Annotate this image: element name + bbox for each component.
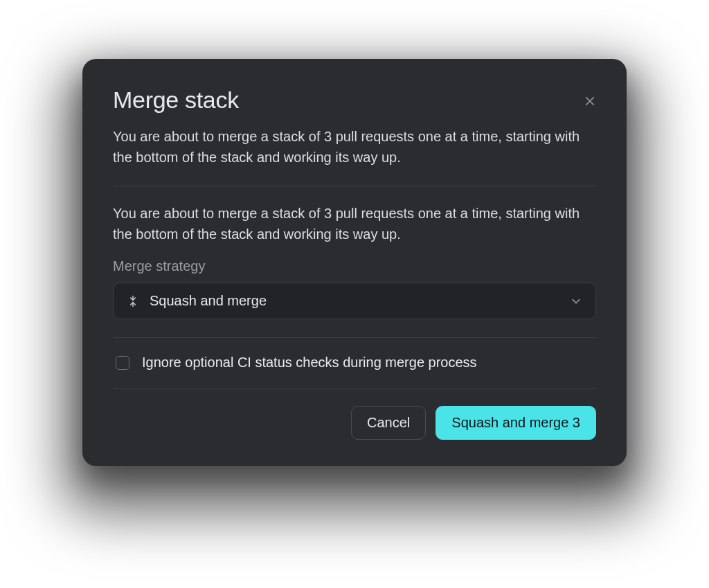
description-top: You are about to merge a stack of 3 pull… — [113, 126, 596, 168]
close-icon — [584, 95, 596, 109]
section-strategy: You are about to merge a stack of 3 pull… — [113, 186, 596, 337]
section-summary: You are about to merge a stack of 3 pull… — [113, 126, 596, 186]
merge-strategy-select[interactable]: Squash and merge — [113, 283, 596, 319]
modal-header: Merge stack — [113, 87, 596, 114]
ignore-ci-checkbox[interactable] — [116, 356, 129, 370]
merge-strategy-value: Squash and merge — [150, 293, 569, 309]
ignore-ci-checkbox-row[interactable]: Ignore optional CI status checks during … — [113, 338, 596, 389]
modal-footer: Cancel Squash and merge 3 — [113, 389, 596, 440]
merge-strategy-label: Merge strategy — [113, 258, 596, 274]
merge-stack-modal: Merge stack You are about to merge a sta… — [82, 59, 627, 466]
modal-title: Merge stack — [113, 87, 239, 114]
close-button[interactable] — [581, 92, 599, 112]
description-mid: You are about to merge a stack of 3 pull… — [113, 203, 596, 244]
cancel-button[interactable]: Cancel — [351, 406, 426, 440]
confirm-merge-button[interactable]: Squash and merge 3 — [436, 406, 596, 440]
ignore-ci-label: Ignore optional CI status checks during … — [142, 355, 477, 371]
chevron-down-icon — [569, 294, 583, 308]
squash-icon — [126, 294, 140, 308]
